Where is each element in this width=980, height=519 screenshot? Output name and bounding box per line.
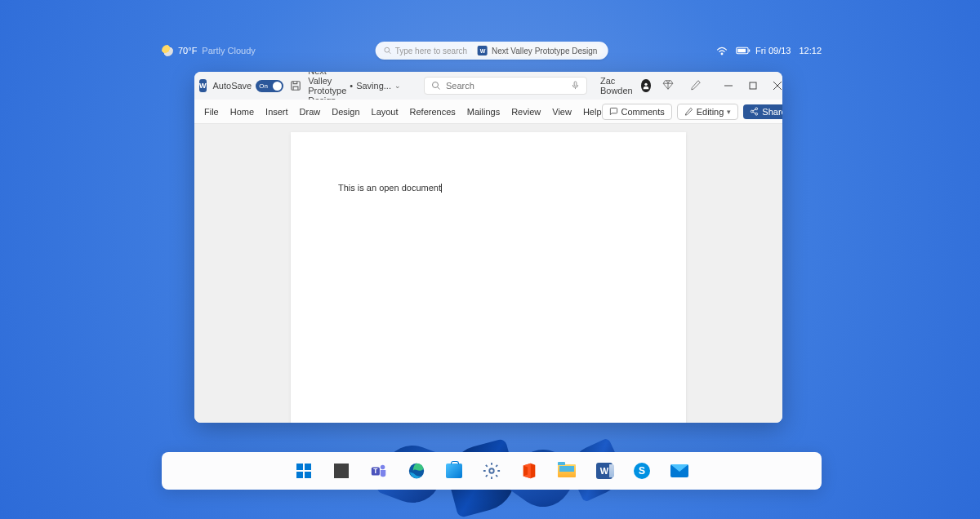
weather-widget[interactable]: 70°F Partly Cloudy <box>162 45 256 56</box>
user-account[interactable]: Zac Bowden <box>600 76 651 95</box>
edge-icon <box>408 462 425 480</box>
system-date[interactable]: Fri 09/13 <box>755 46 791 55</box>
task-view-icon <box>334 464 349 478</box>
start-button[interactable] <box>293 460 314 481</box>
document-area[interactable]: This is an open document <box>194 124 782 423</box>
desktop-status-bar: 70°F Partly Cloudy Type here to search W… <box>162 41 822 60</box>
document-page[interactable]: This is an open document <box>291 132 686 423</box>
chevron-down-icon[interactable]: ⌄ <box>394 82 401 90</box>
ribbon-tab-view[interactable]: View <box>552 104 572 120</box>
active-document-chip[interactable]: W Next Valley Prototype Design <box>472 44 603 57</box>
svg-line-19 <box>753 109 755 111</box>
search-input[interactable] <box>446 81 566 91</box>
document-body-text[interactable]: This is an open document <box>338 183 442 193</box>
autosave-toggle[interactable]: On <box>256 80 283 92</box>
wifi-icon[interactable] <box>716 47 728 55</box>
ribbon-tab-layout[interactable]: Layout <box>372 104 399 120</box>
ribbon-tab-draw[interactable]: Draw <box>300 104 321 120</box>
diamond-icon[interactable] <box>657 76 679 95</box>
battery-icon[interactable] <box>736 47 747 55</box>
svg-point-11 <box>644 83 647 86</box>
svg-point-0 <box>385 47 390 52</box>
ribbon-tab-references[interactable]: References <box>410 104 456 120</box>
skype-button[interactable]: S <box>631 460 653 481</box>
microphone-icon[interactable] <box>571 80 580 92</box>
svg-point-23 <box>381 465 385 470</box>
ribbon-tab-help[interactable]: Help <box>583 104 602 120</box>
ribbon-tab-review[interactable]: Review <box>511 104 541 120</box>
editing-mode-button[interactable]: Editing ▾ <box>677 104 739 120</box>
mail-button[interactable] <box>669 460 690 481</box>
svg-line-20 <box>753 112 755 113</box>
weather-temp: 70°F <box>178 46 197 55</box>
user-name: Zac Bowden <box>600 76 636 95</box>
search-icon <box>384 47 392 55</box>
pen-icon[interactable] <box>685 76 706 95</box>
ribbon-tab-file[interactable]: File <box>204 104 219 120</box>
mail-icon <box>670 464 688 477</box>
svg-point-17 <box>751 110 754 113</box>
svg-rect-13 <box>750 82 756 89</box>
file-explorer-button[interactable] <box>556 460 577 481</box>
svg-rect-4 <box>737 49 746 53</box>
word-icon: W <box>596 463 612 479</box>
share-button[interactable]: Share ▾ <box>743 104 782 119</box>
pencil-icon <box>684 107 693 116</box>
ribbon-tabs: File Home Insert Draw Design Layout Refe… <box>204 104 602 120</box>
chevron-down-icon: ▾ <box>727 108 731 116</box>
edge-button[interactable] <box>406 460 427 481</box>
teams-button[interactable]: T <box>368 460 390 481</box>
microsoft-store-button[interactable] <box>443 460 465 481</box>
gear-icon <box>483 462 501 480</box>
maximize-button[interactable] <box>741 74 765 97</box>
weather-condition: Partly Cloudy <box>202 46 255 55</box>
skype-icon: S <box>634 463 650 479</box>
minimize-button[interactable] <box>716 74 741 97</box>
svg-point-25 <box>489 468 494 473</box>
svg-line-1 <box>389 51 391 54</box>
system-time[interactable]: 12:12 <box>799 46 822 55</box>
svg-point-2 <box>721 53 723 55</box>
weather-icon <box>162 45 173 56</box>
desktop-search-pill[interactable]: Type here to search W Next Valley Protot… <box>376 42 608 60</box>
active-document-title: Next Valley Prototype Design <box>492 47 597 55</box>
windows-icon <box>296 464 311 478</box>
ribbon-tab-insert[interactable]: Insert <box>265 104 288 120</box>
word-app-icon: W <box>199 79 207 92</box>
titlebar-search[interactable] <box>424 77 587 95</box>
word-icon: W <box>478 46 488 55</box>
word-button[interactable]: W <box>594 460 615 481</box>
ribbon-tab-home[interactable]: Home <box>230 104 254 120</box>
comments-button[interactable]: Comments <box>602 104 672 120</box>
autosave-label: AutoSave <box>213 81 252 91</box>
svg-rect-5 <box>749 50 751 52</box>
store-icon <box>446 464 462 478</box>
close-button[interactable] <box>765 74 782 97</box>
svg-rect-9 <box>574 81 577 86</box>
svg-rect-6 <box>292 82 301 91</box>
settings-button[interactable] <box>481 460 502 481</box>
ribbon-tab-design[interactable]: Design <box>332 104 359 120</box>
save-status: Saving... <box>356 81 391 91</box>
teams-icon: T <box>370 462 388 480</box>
office-icon <box>520 462 538 480</box>
search-placeholder: Type here to search <box>395 47 467 55</box>
search-icon <box>431 81 441 91</box>
word-titlebar: W AutoSave On Next Valley Prototype Desi… <box>194 72 782 100</box>
folder-icon <box>558 464 576 477</box>
comment-icon <box>609 107 618 116</box>
user-avatar[interactable] <box>641 79 651 92</box>
taskbar: T W S <box>162 452 822 490</box>
task-view-button[interactable] <box>331 460 352 481</box>
word-window: W AutoSave On Next Valley Prototype Desi… <box>194 72 782 423</box>
ribbon-tab-mailings[interactable]: Mailings <box>467 104 500 120</box>
global-search[interactable]: Type here to search <box>384 47 467 55</box>
share-icon <box>750 107 759 116</box>
svg-point-18 <box>755 113 758 115</box>
svg-text:T: T <box>373 468 377 475</box>
office-button[interactable] <box>519 460 540 481</box>
svg-line-8 <box>437 87 439 90</box>
svg-point-16 <box>755 108 758 110</box>
ribbon: File Home Insert Draw Design Layout Refe… <box>194 100 782 124</box>
save-icon[interactable] <box>290 80 301 91</box>
